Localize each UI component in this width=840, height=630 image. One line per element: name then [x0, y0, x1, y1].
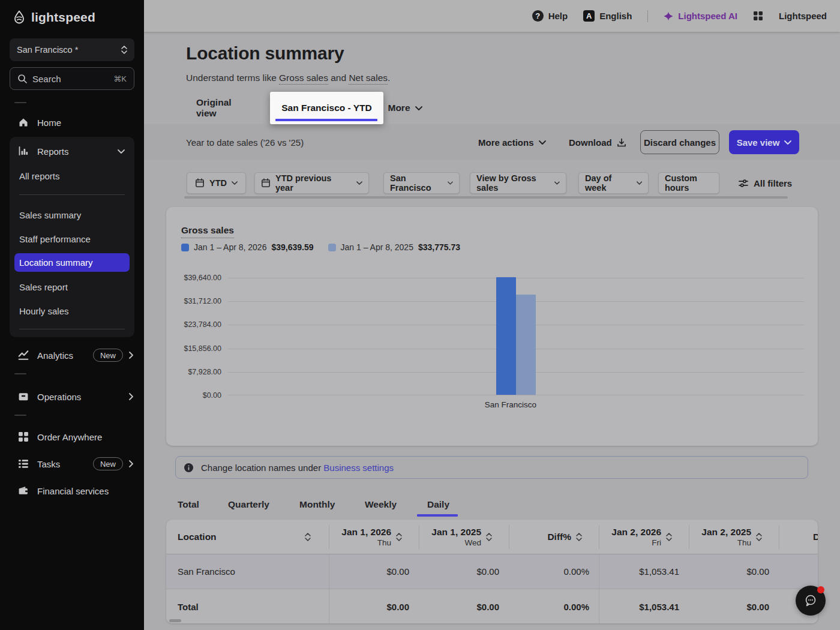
row-value-cell: $0.00 [329, 566, 419, 577]
lightspeed-ai-button[interactable]: Lightspeed AI [664, 11, 737, 21]
table-row-san-francisco[interactable]: San Francisco $0.00 $0.00 0.00% $1,053.4… [166, 554, 818, 589]
column-header-location[interactable]: Location [166, 520, 329, 554]
active-tab-underline [275, 119, 377, 121]
sidebar-item-all-reports[interactable]: All reports [19, 167, 125, 184]
row-value-cell: $1,053.41 [599, 566, 689, 577]
filter-chip-compare-range[interactable]: YTD previous year [254, 172, 369, 194]
table-tab-quarterly[interactable]: Quarterly [228, 493, 269, 516]
bar-2026-san-francisco[interactable] [496, 277, 516, 395]
column-header-jan2-2025[interactable]: Jan 2, 2025Thu [689, 520, 779, 554]
page-title: Location summary [186, 43, 344, 64]
table-tab-total[interactable]: Total [178, 493, 199, 516]
apps-grid-icon[interactable] [753, 11, 763, 21]
sidebar-item-reports[interactable]: Reports [10, 142, 134, 161]
financial-services-icon [18, 485, 29, 496]
column-header-jan1-2025[interactable]: Jan 1, 2025Wed [419, 520, 509, 554]
chat-fab[interactable] [796, 586, 826, 616]
filter-chip-date-range[interactable]: YTD [187, 172, 246, 194]
column-divider [689, 525, 689, 549]
legend-swatch-2026 [181, 244, 189, 251]
chart-title[interactable]: Gross sales [181, 225, 234, 238]
save-view-button[interactable]: Save view [729, 130, 799, 154]
bar-chart-icon [18, 146, 29, 157]
business-settings-link[interactable]: Business settings [323, 463, 394, 473]
tab-original-view[interactable]: Original view [196, 92, 254, 124]
sort-icon[interactable] [666, 533, 672, 541]
search-icon [17, 74, 27, 83]
table-tab-daily[interactable]: Daily [427, 493, 449, 516]
column-header-jan1-2026[interactable]: Jan 1, 2026Thu [329, 520, 419, 554]
filter-chip-day-of-week[interactable]: Day of week [578, 172, 649, 194]
net-sales-term-link[interactable]: Net sales [349, 73, 388, 85]
sidebar-item-financial-services[interactable]: Financial services [0, 482, 144, 499]
sort-icon[interactable] [486, 533, 492, 541]
language-menu[interactable]: A English [583, 10, 632, 22]
y-axis-tick: $0.00 [167, 391, 221, 400]
chevron-down-icon [539, 140, 546, 145]
row-location-cell: San Francisco [166, 566, 329, 577]
table-tab-weekly[interactable]: Weekly [365, 493, 397, 516]
sidebar-item-tasks[interactable]: Tasks New [0, 455, 144, 472]
legend-item-2025[interactable]: Jan 1 – Apr 8, 2025 $33,775.73 [328, 242, 461, 252]
info-icon [184, 463, 194, 473]
language-icon: A [583, 10, 595, 22]
sidebar-item-operations[interactable]: Operations [0, 388, 144, 405]
chevron-right-icon [129, 393, 133, 400]
new-badge: New [93, 349, 123, 362]
sidebar-item-analytics[interactable]: Analytics New [0, 347, 144, 364]
filter-chip-view-by[interactable]: View by Gross sales [470, 172, 566, 194]
help-menu[interactable]: ? Help [532, 10, 568, 22]
sidebar-item-location-summary[interactable]: Location summary [14, 253, 130, 272]
row-value-cell: $1,053.41 [599, 602, 689, 612]
tab-san-francisco-ytd[interactable]: San Francisco - YTD [270, 92, 383, 124]
sort-icon[interactable] [576, 533, 582, 541]
group-divider [329, 554, 329, 623]
row-value-cell: $0.00 [419, 602, 509, 612]
gridline [228, 395, 804, 395]
table-horizontal-scrollbar[interactable] [169, 619, 181, 622]
sort-icon[interactable] [756, 533, 762, 541]
gross-sales-term-link[interactable]: Gross sales [279, 73, 328, 85]
page-subtitle: Understand terms like Gross sales and Ne… [186, 73, 390, 83]
sidebar-item-sales-summary[interactable]: Sales summary [19, 206, 125, 223]
chevron-right-icon [129, 352, 133, 359]
column-divider [779, 525, 779, 549]
table-row-total[interactable]: Total $0.00 $0.00 0.00% $1,053.41 $0.00 [166, 589, 818, 623]
column-divider [599, 525, 599, 549]
row-value-cell: $0.00 [329, 602, 419, 612]
chevron-down-icon [448, 181, 453, 185]
all-filters-button[interactable]: All filters [739, 172, 792, 194]
column-header-diff-clipped[interactable]: Diff% [779, 520, 818, 554]
analytics-icon [18, 350, 29, 361]
row-value-cell: 0.00% [509, 602, 599, 612]
column-header-diff[interactable]: Diff% [509, 520, 599, 554]
filter-chip-location[interactable]: San Francisco [383, 172, 460, 194]
sort-icon[interactable] [396, 533, 402, 541]
sidebar: lightspeed San Francisco * Search ⌘K Hom… [0, 0, 144, 630]
chevron-down-icon [356, 181, 362, 185]
sidebar-item-home[interactable]: Home [0, 114, 144, 131]
sidebar-item-order-anywhere[interactable]: Order Anywhere [0, 428, 144, 445]
sort-icon[interactable] [305, 533, 311, 541]
more-actions-button[interactable]: More actions [478, 124, 546, 160]
sidebar-item-sales-report[interactable]: Sales report [19, 278, 125, 295]
row-location-cell: Total [166, 602, 329, 612]
sidebar-item-hourly-sales[interactable]: Hourly sales [19, 302, 125, 319]
horizontal-scrollbar[interactable] [184, 196, 788, 199]
table-tab-monthly[interactable]: Monthly [299, 493, 335, 516]
search-input[interactable]: Search ⌘K [10, 67, 134, 90]
filter-chip-custom-hours[interactable]: Custom hours [658, 172, 719, 194]
column-header-jan2-2026[interactable]: Jan 2, 2026Fri [599, 520, 689, 554]
y-axis-tick: $7,928.00 [167, 367, 221, 377]
lightspeed-logo[interactable]: lightspeed [12, 10, 95, 25]
bar-2025-san-francisco[interactable] [516, 295, 536, 395]
brand-label[interactable]: Lightspeed [779, 11, 827, 21]
discard-changes-button[interactable]: Discard changes [640, 130, 719, 154]
tab-more[interactable]: More [385, 92, 425, 124]
download-button[interactable]: Download [569, 124, 626, 160]
location-selector-value: San Francisco * [17, 45, 121, 55]
sidebar-item-staff-performance[interactable]: Staff performance [19, 230, 125, 247]
legend-item-2026[interactable]: Jan 1 – Apr 8, 2026 $39,639.59 [181, 242, 314, 252]
location-selector[interactable]: San Francisco * [10, 38, 134, 61]
chevron-down-icon [554, 181, 560, 185]
